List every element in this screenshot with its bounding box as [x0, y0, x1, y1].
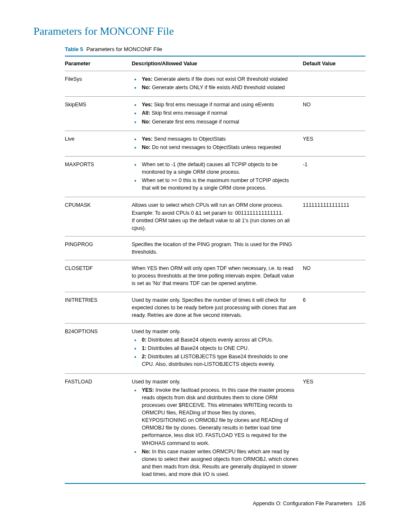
list-item: No: Generate first ems message if normal — [132, 118, 299, 126]
param-name: CLOSETDF — [65, 260, 132, 292]
param-default: YES — [303, 131, 366, 156]
intro-text: Used by master only. — [132, 378, 299, 386]
param-desc: Yes: Send messages to ObjectStats No: Do… — [132, 131, 303, 156]
param-default: YES — [303, 373, 366, 483]
table-row: FASTLOAD Used by master only. YES: Invok… — [65, 373, 366, 483]
list-item: No: In this case master writes ORMCPU fi… — [132, 448, 299, 478]
table-row: B24OPTIONS Used by master only. 0: Distr… — [65, 323, 366, 373]
list-item: No: Do not send messages to ObjectStats … — [132, 144, 299, 151]
table-row: INITRETRIES Used by master only. Specifi… — [65, 292, 366, 323]
list-item: Yes: Skip first ems message if normal an… — [132, 101, 299, 108]
param-desc: Used by master only. 0: Distributes all … — [132, 323, 303, 373]
param-desc: Used by master only. YES: Invoke the fas… — [132, 373, 303, 483]
param-name: SkipEMS — [65, 97, 132, 131]
list-item: When set to -1 (the default) causes all … — [132, 161, 299, 176]
table-caption-text: Parameters for MONCONF File — [86, 46, 162, 52]
page-title: Parameters for MONCONF File — [33, 25, 366, 38]
param-desc: Yes: Generate alerts if file does not ex… — [132, 71, 303, 97]
page-number: 126 — [357, 501, 366, 506]
footer-text: Appendix O: Configuration File Parameter… — [253, 501, 352, 506]
param-default — [303, 71, 366, 97]
list-item: Yes: Send messages to ObjectStats — [132, 135, 299, 143]
param-default — [303, 236, 366, 260]
table-row: CPUMASK Allows user to select which CPUs… — [65, 197, 366, 236]
param-name: MAXPORTS — [65, 156, 132, 197]
list-item: All: Skip first ems message if normal — [132, 109, 299, 117]
param-default: NO — [303, 97, 366, 131]
param-default: NO — [303, 260, 366, 292]
page-footer: Appendix O: Configuration File Parameter… — [33, 501, 366, 506]
intro-text: Used by master only. — [132, 328, 299, 335]
list-item: 0: Distributes all Base24 objects evenly… — [132, 336, 299, 344]
param-name: CPUMASK — [65, 197, 132, 236]
param-name: INITRETRIES — [65, 292, 132, 323]
parameters-table: Parameter Description/Allowed Value Defa… — [65, 56, 366, 484]
param-desc: When YES then ORM will only open TDF whe… — [132, 260, 303, 292]
table-row: FileSys Yes: Generate alerts if file doe… — [65, 71, 366, 97]
param-default — [303, 323, 366, 373]
table-row: SkipEMS Yes: Skip first ems message if n… — [65, 97, 366, 131]
list-item: 2: Distributes all LISTOBJECTS type Base… — [132, 353, 299, 368]
header-description: Description/Allowed Value — [132, 56, 303, 71]
table-row: PINGPROG Specifies the location of the P… — [65, 236, 366, 260]
table-row: MAXPORTS When set to -1 (the default) ca… — [65, 156, 366, 197]
header-default: Default Value — [303, 56, 366, 71]
param-desc: Specifies the location of the PING progr… — [132, 236, 303, 260]
param-name: FileSys — [65, 71, 132, 97]
header-parameter: Parameter — [65, 56, 132, 71]
list-item: 1: Distributes all Base24 objects to ONE… — [132, 344, 299, 352]
param-default: -1 — [303, 156, 366, 197]
table-row: Live Yes: Send messages to ObjectStats N… — [65, 131, 366, 156]
table-row: CLOSETDF When YES then ORM will only ope… — [65, 260, 366, 292]
table-caption-label: Table 5 — [65, 46, 83, 52]
param-desc: When set to -1 (the default) causes all … — [132, 156, 303, 197]
param-desc: Yes: Skip first ems message if normal an… — [132, 97, 303, 131]
param-name: FASTLOAD — [65, 373, 132, 483]
param-default: 6 — [303, 292, 366, 323]
param-desc: Used by master only. Specifies the numbe… — [132, 292, 303, 323]
param-name: B24OPTIONS — [65, 323, 132, 373]
list-item: YES: Invoke the fastload process. In thi… — [132, 386, 299, 447]
param-default: 1111111111111111 — [303, 197, 366, 236]
list-item: No: Generate alerts ONLY if file exists … — [132, 84, 299, 91]
list-item: Yes: Generate alerts if file does not ex… — [132, 75, 299, 83]
table-caption: Table 5 Parameters for MONCONF File — [65, 46, 366, 52]
param-name: PINGPROG — [65, 236, 132, 260]
list-item: When set to >= 0 this is the maximum num… — [132, 177, 299, 192]
param-name: Live — [65, 131, 132, 156]
param-desc: Allows user to select which CPUs will ru… — [132, 197, 303, 236]
